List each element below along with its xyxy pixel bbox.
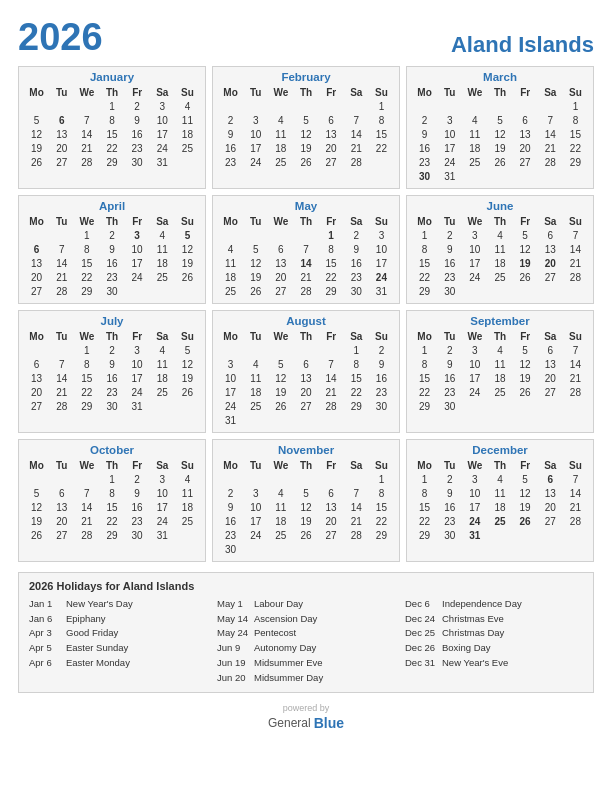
calendar-day: 2: [125, 99, 150, 113]
calendar-day: 16: [437, 500, 462, 514]
calendar-day: 14: [319, 371, 344, 385]
holiday-name: Autonomy Day: [254, 641, 316, 656]
calendar-day: 1: [369, 472, 394, 486]
calendar-day: 2: [344, 228, 369, 242]
calendar-day: [462, 284, 487, 298]
calendar-day: 7: [344, 113, 369, 127]
calendar-day: 4: [218, 242, 243, 256]
calendar-day: 11: [487, 486, 512, 500]
calendar-day: 2: [125, 472, 150, 486]
calendar-day: 1: [344, 343, 369, 357]
calendar-day: 22: [74, 270, 99, 284]
day-header: Mo: [412, 459, 437, 472]
calendar-day: [487, 528, 512, 542]
day-header: Su: [369, 86, 394, 99]
calendar-day: 15: [99, 127, 124, 141]
day-header: Th: [293, 459, 318, 472]
holiday-name: Good Friday: [66, 626, 118, 641]
calendar-day: 20: [49, 141, 74, 155]
calendar-day: [293, 413, 318, 427]
calendar-day: 11: [268, 500, 293, 514]
calendar-day: 6: [24, 357, 49, 371]
day-header: Mo: [218, 86, 243, 99]
calendar-day: 14: [563, 357, 588, 371]
calendar-day: 27: [319, 155, 344, 169]
calendar-day: 21: [563, 500, 588, 514]
day-header: Fr: [319, 459, 344, 472]
calendar-day: 21: [319, 385, 344, 399]
day-header: Tu: [437, 215, 462, 228]
calendar-day: 3: [125, 343, 150, 357]
day-header: Mo: [412, 330, 437, 343]
month-title: April: [24, 200, 200, 212]
calendar-day: 10: [462, 242, 487, 256]
calendar-day: [513, 99, 538, 113]
holiday-name: New Year's Eve: [442, 656, 508, 671]
calendar-day: 6: [319, 486, 344, 500]
day-header: Fr: [513, 330, 538, 343]
day-header: Tu: [243, 330, 268, 343]
calendar-day: 17: [243, 514, 268, 528]
month-title: September: [412, 315, 588, 327]
calendar-day: 31: [369, 284, 394, 298]
calendar-day: [218, 99, 243, 113]
calendar-day: 20: [538, 371, 563, 385]
calendar-day: 9: [218, 500, 243, 514]
calendar-day: 15: [319, 256, 344, 270]
calendar-day: 10: [462, 357, 487, 371]
calendar-table: MoTuWeThFrSaSu12345678910111213141516171…: [24, 215, 200, 298]
calendar-day: [268, 228, 293, 242]
calendar-day: 20: [538, 500, 563, 514]
holiday-date: Apr 6: [29, 656, 61, 671]
calendar-table: MoTuWeThFrSaSu12345678910111213141516171…: [218, 330, 394, 427]
year-label: 2026: [18, 18, 103, 56]
day-header: Tu: [437, 330, 462, 343]
month-title: February: [218, 71, 394, 83]
calendar-day: [487, 169, 512, 183]
calendar-day: 30: [437, 284, 462, 298]
day-header: Fr: [125, 459, 150, 472]
calendar-day: 31: [462, 528, 487, 542]
day-header: Tu: [49, 215, 74, 228]
calendar-day: 22: [99, 141, 124, 155]
calendar-day: 24: [462, 385, 487, 399]
calendar-day: 20: [513, 141, 538, 155]
calendar-day: 24: [150, 514, 175, 528]
calendar-day: 9: [369, 357, 394, 371]
calendar-day: 11: [487, 242, 512, 256]
calendar-day: [293, 99, 318, 113]
calendar-day: 4: [150, 228, 175, 242]
calendar-day: 1: [99, 472, 124, 486]
day-header: Fr: [125, 86, 150, 99]
calendar-day: 8: [344, 357, 369, 371]
calendar-day: 12: [513, 486, 538, 500]
calendar-day: 18: [175, 127, 200, 141]
calendar-day: 21: [344, 141, 369, 155]
day-header: Fr: [513, 215, 538, 228]
calendar-day: 14: [563, 486, 588, 500]
calendar-day: 15: [412, 256, 437, 270]
holiday-date: Dec 25: [405, 626, 437, 641]
calendar-day: 22: [563, 141, 588, 155]
calendar-day: 26: [293, 528, 318, 542]
calendar-day: 11: [268, 127, 293, 141]
calendar-day: 27: [538, 385, 563, 399]
calendar-day: 26: [487, 155, 512, 169]
calendar-day: 14: [563, 242, 588, 256]
calendar-day: 8: [99, 113, 124, 127]
calendar-day: 11: [243, 371, 268, 385]
day-header: Fr: [513, 459, 538, 472]
calendar-day: 30: [218, 542, 243, 556]
day-header: Tu: [243, 215, 268, 228]
calendar-day: 11: [175, 113, 200, 127]
calendar-day: [49, 99, 74, 113]
calendar-day: 1: [563, 99, 588, 113]
calendar-day: 11: [175, 486, 200, 500]
day-header: Th: [99, 459, 124, 472]
calendar-day: 23: [344, 270, 369, 284]
calendar-day: 18: [243, 385, 268, 399]
month-title: October: [24, 444, 200, 456]
calendar-day: [487, 99, 512, 113]
holiday-date: Dec 31: [405, 656, 437, 671]
day-header: We: [268, 86, 293, 99]
